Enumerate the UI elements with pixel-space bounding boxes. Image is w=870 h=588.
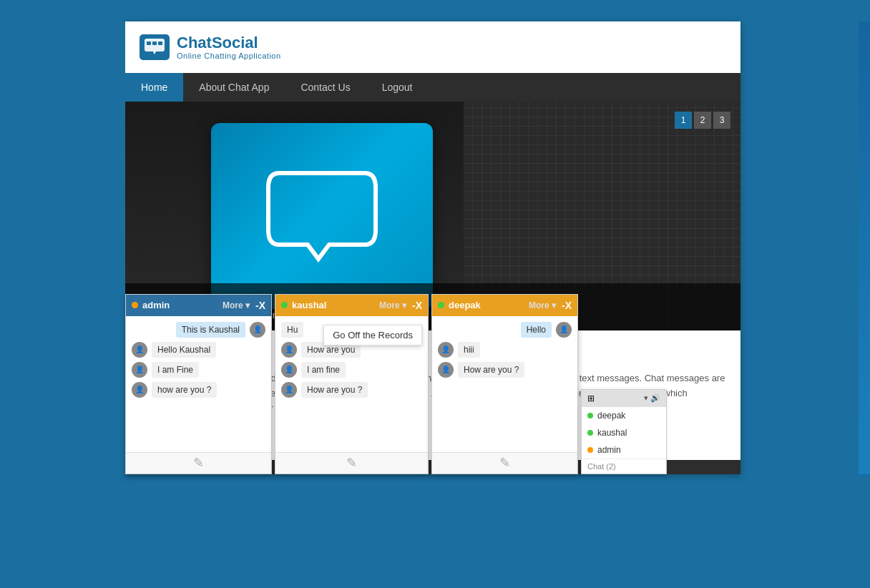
chat-count-label: Chat (2) (582, 459, 666, 474)
chat-msg: 👤 This is Kaushal (132, 322, 265, 338)
carousel-key (211, 123, 433, 309)
chat-body-deepak: 👤 Hello 👤 hiii 👤 How are you ? (432, 316, 577, 452)
chat-input-icon: ✎ (346, 455, 357, 471)
chat-window-admin: admin More ▾ -X 👤 This is Kaushal 👤 Hell… (125, 294, 272, 474)
chat-msg: 👤 How are you ? (438, 362, 572, 378)
chat-msg: 👤 how are you ? (132, 382, 265, 398)
chat-msg: 👤 Hello Kaushal (132, 342, 265, 358)
kaushal-status-dot (281, 302, 288, 308)
chat-bubble: How are you ? (301, 382, 368, 398)
site-header: ChatSocial Online Chatting Application (125, 21, 741, 73)
svg-rect-2 (152, 41, 157, 45)
carousel-dot-2[interactable]: 2 (694, 112, 711, 129)
chat-avatar: 👤 (556, 322, 572, 338)
chat-header-left-deepak: deepak (438, 300, 481, 310)
chat-header-left-admin: admin (132, 300, 170, 310)
admin-more-button[interactable]: More ▾ (223, 300, 250, 310)
chat-avatar: 👤 (281, 362, 297, 378)
deepak-status-dot (438, 302, 444, 308)
kaushal-more-button[interactable]: More ▾ (379, 300, 406, 310)
admin-status-dot (132, 302, 138, 308)
chat-header-deepak: deepak More ▾ -X (432, 295, 577, 316)
chat-bubble: Hello (521, 322, 552, 338)
chat-bubble: I am fine (301, 362, 346, 378)
chat-bubble: This is Kaushal (176, 322, 245, 338)
side-panel-user-admin[interactable]: admin (582, 441, 666, 459)
logo-text: ChatSocial Online Chatting Application (177, 34, 281, 60)
logo-icon (140, 34, 170, 60)
chat-msg: 👤 Hello (438, 322, 572, 338)
carousel-dot-1[interactable]: 1 (675, 112, 692, 129)
chat-msg: 👤 I am fine (281, 362, 422, 378)
chat-bubble: hiii (458, 342, 480, 358)
side-panel-options: ▾ 🔊 (644, 393, 660, 403)
chat-bubble: Hu (281, 322, 303, 338)
deepak-online-dot (587, 413, 593, 418)
chat-avatar: 👤 (132, 342, 147, 358)
chat-bubble: How are you ? (458, 362, 524, 378)
kaushal-close-button[interactable]: -X (412, 300, 422, 311)
kaushal-online-dot (587, 430, 593, 436)
nav-contact[interactable]: Contact Us (285, 73, 366, 102)
logo: ChatSocial Online Chatting Application (140, 34, 281, 60)
admin-close-button[interactable]: -X (255, 300, 265, 311)
chat-avatar: 👤 (438, 362, 454, 378)
side-panel-deepak-name: deepak (597, 411, 625, 421)
chat-msg: 👤 I am Fine (132, 362, 265, 378)
svg-rect-3 (158, 41, 162, 45)
chat-avatar: 👤 (281, 342, 297, 358)
carousel-dots: 1 2 3 (675, 112, 730, 129)
deepak-close-button[interactable]: -X (562, 300, 572, 311)
chat-header-left-kaushal: kaushal (281, 300, 326, 310)
chat-avatar: 👤 (438, 342, 454, 358)
chat-bubble: Hello Kaushal (152, 342, 216, 358)
kaushal-username: kaushal (292, 300, 326, 310)
admin-online-dot (587, 447, 593, 453)
logo-sub: Online Chatting Application (177, 52, 281, 60)
chat-input-icon: ✎ (193, 455, 204, 471)
chat-msg: 👤 hiii (438, 342, 572, 358)
nav-about[interactable]: About Chat App (183, 73, 285, 102)
side-panel-user-kaushal[interactable]: kaushal (582, 424, 666, 441)
chat-avatar: 👤 (132, 362, 147, 378)
side-panel-header: ⊞ ▾ 🔊 (582, 390, 666, 407)
side-panel-icon: ⊞ (587, 393, 595, 403)
side-panel: ⊞ ▾ 🔊 deepak kaushal admin Chat (2) (581, 389, 667, 474)
chat-avatar: 👤 (250, 322, 265, 338)
nav-logout[interactable]: Logout (366, 73, 429, 102)
chat-bubble: how are you ? (152, 382, 217, 398)
chat-msg: 👤 How are you ? (281, 382, 422, 398)
chat-bubble: I am Fine (152, 362, 199, 378)
chat-header-admin: admin More ▾ -X (126, 295, 271, 316)
side-panel-admin-name: admin (597, 445, 621, 455)
chat-header-right-kaushal: More ▾ -X (379, 300, 422, 311)
carousel-dot-3[interactable]: 3 (713, 112, 730, 129)
chat-avatar: 👤 (281, 382, 297, 398)
deepak-more-button[interactable]: More ▾ (529, 300, 556, 310)
side-panel-user-deepak[interactable]: deepak (582, 407, 666, 424)
site-nav: Home About Chat App Contact Us Logout (125, 73, 741, 102)
svg-rect-1 (147, 41, 151, 45)
chat-window-deepak: deepak More ▾ -X 👤 Hello 👤 hiii 👤 (431, 294, 578, 474)
nav-home[interactable]: Home (125, 73, 183, 102)
logo-name: ChatSocial (177, 34, 281, 52)
chat-header-right-deepak: More ▾ -X (529, 300, 572, 311)
chat-avatar: 👤 (132, 382, 147, 398)
admin-username: admin (142, 300, 170, 310)
side-panel-kaushal-name: kaushal (597, 428, 627, 438)
chat-body-admin: 👤 This is Kaushal 👤 Hello Kaushal 👤 I am… (126, 316, 271, 452)
chat-input-icon: ✎ (499, 455, 510, 471)
chat-header-kaushal: kaushal More ▾ -X (275, 295, 428, 316)
chat-window-kaushal: kaushal More ▾ -X Go Off the Records Hu … (275, 294, 429, 474)
deepak-username: deepak (449, 300, 481, 310)
go-off-records-tooltip[interactable]: Go Off the Records (323, 325, 422, 346)
chat-header-right-admin: More ▾ -X (223, 300, 265, 311)
